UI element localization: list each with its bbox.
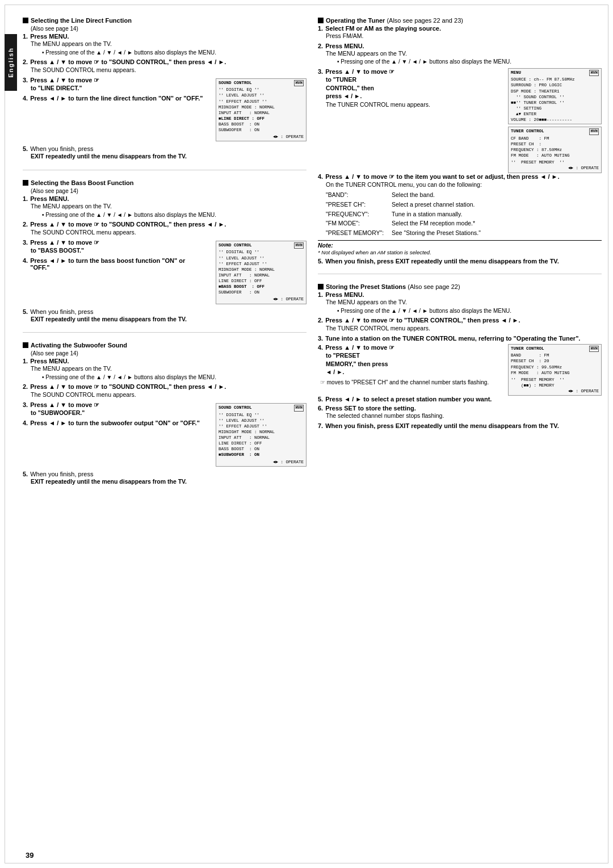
step-1-4-label: Press ◄ / ► to turn the line direct func…	[30, 95, 203, 102]
divider-1	[23, 170, 306, 170]
screen-menu: MENU HVH SOURCE : ch-- FM 87.50MHz SURRO…	[508, 68, 602, 124]
section-line-direct: Selecting the Line Direct Function (Also…	[23, 17, 306, 163]
step-1-2: 2. Press ▲ / ▼ to move ☞ to "SOUND CONTR…	[23, 58, 306, 74]
section-bass-also-see: (Also see page 14)	[23, 187, 306, 195]
section-bass-boost: Selecting the Bass Boost Function (Also …	[23, 174, 306, 325]
step-1-5: 5. When you finish, press EXIT repeatedl…	[23, 145, 306, 161]
r-step-4: 4. Press ▲ / ▼ to move ☞ to the item you…	[318, 173, 602, 189]
step-2-3: 3. Press ▲ / ▼ to move ☞ to "BASS BOOST.…	[23, 239, 306, 306]
section-icon-3	[23, 342, 28, 348]
main-content: Selecting the Line Direct Function (Also…	[23, 17, 602, 851]
p-step-3: 3. Tune into a station on the TUNER CONT…	[318, 335, 602, 342]
quoted-frequency: "FREQUENCY": Tune in a station manually.	[326, 210, 602, 219]
step-2-4: 4. Press ◄ / ► to turn the bass boost fu…	[23, 257, 203, 271]
r-step-1: 1. Select FM or AM as the playing source…	[318, 25, 602, 40]
section-icon	[23, 18, 28, 23]
quoted-preset-memory: "PRESET MEMORY": See "Storing the Preset…	[326, 229, 602, 238]
p-step-4-area: 4. Press ▲ / ▼ to move ☞ to "PRESET MEMO…	[318, 344, 602, 396]
step-1-3-label: Press ▲ / ▼ to move ☞	[30, 77, 99, 84]
left-column: Selecting the Line Direct Function (Also…	[23, 17, 306, 851]
section-subwoofer-title: Activating the Subwoofer Sound	[23, 342, 306, 349]
screen-line-direct: SOUND CONTROL HVH '' DIGITAL EQ '' '' LE…	[216, 78, 306, 142]
p-step-6: 6. Press SET to store the setting. The s…	[318, 405, 602, 420]
p-step-4: 4. Press ▲ / ▼ to move ☞ to "PRESET MEMO…	[318, 344, 503, 376]
step-1-4: 4. Press ◄ / ► to turn the line direct f…	[23, 95, 203, 102]
step-1-2-label: Press ▲ / ▼ to move ☞ to "SOUND CONTROL,…	[30, 58, 226, 66]
step-2-1: 1. Press MENU. The MENU appears on the T…	[23, 195, 306, 219]
section-tuner: Operating the Tuner (Also see pages 22 a…	[318, 17, 602, 267]
quoted-items-tuner: "BAND": Select the band. "PRESET CH": Se…	[318, 191, 602, 238]
quoted-band: "BAND": Select the band.	[326, 191, 602, 200]
quoted-preset-ch: "PRESET CH": Select a preset channel sta…	[326, 200, 602, 209]
step-3-4: 4. Press ◄ / ► to turn the subwoofer out…	[23, 420, 203, 426]
section-line-direct-title: Selecting the Line Direct Function	[23, 17, 306, 24]
step-3-2: 2. Press ▲ / ▼ to move ☞ to "SOUND CONTR…	[23, 383, 306, 399]
divider-2	[23, 332, 306, 333]
p-step-5: 5. Press ◄ / ► to select a preset statio…	[318, 396, 602, 402]
r-step-5: 5. When you finish, press EXIT repeatedl…	[318, 258, 602, 265]
step-1-3: 3. Press ▲ / ▼ to move ☞ to "LINE DIRECT…	[23, 77, 306, 144]
screen-subwoofer: SOUND CONTROL HVH '' DIGITAL EQ '' '' LE…	[216, 403, 306, 467]
p-step-7: 7. When you finish, press EXIT repeatedl…	[318, 422, 602, 429]
section-subwoofer: Activating the Subwoofer Sound (Also see…	[23, 336, 306, 488]
p-step-1: 1. Press MENU. The MENU appears on the T…	[318, 291, 602, 315]
divider-3	[318, 274, 602, 274]
right-column: Operating the Tuner (Also see pages 22 a…	[318, 17, 602, 851]
section-preset: Storing the Preset Stations (Also see pa…	[318, 278, 602, 431]
step-1-1: 1. Press MENU. The MENU appears on the T…	[23, 33, 306, 56]
section-tuner-title: Operating the Tuner (Also see pages 22 a…	[318, 17, 602, 24]
step-2-5: 5. When you finish, press EXIT repeatedl…	[23, 308, 306, 324]
section-icon-2	[23, 180, 28, 186]
section-preset-title: Storing the Preset Stations (Also see pa…	[318, 283, 602, 290]
screen-tuner-control: TUNER CONTROL HVH CF BAND : FM PRESET CH…	[508, 127, 602, 173]
language-label: English	[7, 47, 14, 78]
section-icon-4	[318, 18, 324, 23]
r-step-3-area: 3. Press ▲ / ▼ to move ☞ to "TUNER CONTR…	[318, 68, 602, 173]
section-bass-boost-title: Selecting the Bass Boost Function	[23, 179, 306, 186]
step-1-5-label: When you finish, press	[30, 145, 93, 152]
r-step-3: 3. Press ▲ / ▼ to move ☞ to "TUNER CONTR…	[318, 68, 503, 109]
quoted-fm-mode: "FM MODE": Select the FM reception mode.…	[326, 219, 602, 228]
step-3-5: 5. When you finish, press EXIT repeatedl…	[23, 471, 306, 486]
section-sub-also-see: (Also see page 14)	[23, 350, 306, 358]
step-1-1-content: The MENU appears on the TV. Pressing one…	[23, 40, 306, 56]
page-number: 39	[26, 851, 33, 859]
section-icon-5	[318, 284, 324, 290]
screen-bass-boost: SOUND CONTROL HVH '' DIGITAL EQ '' '' LE…	[216, 241, 306, 304]
step-3-3-4: 3. Press ▲ / ▼ to move ☞ to "SUBWOOFER."…	[23, 401, 306, 468]
r-step-2: 2. Press MENU. The MENU appears on the T…	[318, 43, 602, 66]
note-section: Note: * Not displayed when an AM station…	[318, 240, 602, 255]
section-line-direct-also-see: (Also see page 14)	[23, 25, 306, 33]
screen-preset-memory: TUNER CONTROL HVH BAND : FM PRESET CH : …	[508, 344, 602, 396]
language-tab: English	[5, 34, 17, 91]
step-2-2: 2. Press ▲ / ▼ to move ☞ to "SOUND CONTR…	[23, 221, 306, 237]
step-3-1: 1. Press MENU. The MENU appears on the T…	[23, 358, 306, 381]
p-step-2: 2. Press ▲ / ▼ to move ☞ to "TUNER CONTR…	[318, 317, 602, 333]
step-1-1-label: Press MENU.	[30, 33, 69, 40]
